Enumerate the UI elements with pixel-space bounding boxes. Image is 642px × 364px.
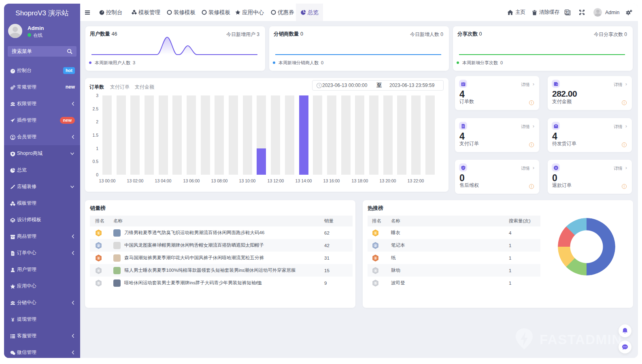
svg-text:¥: ¥	[555, 166, 557, 170]
svg-text:5: 5	[98, 281, 100, 285]
svg-text:4: 4	[98, 269, 100, 272]
svg-text:2: 2	[374, 243, 376, 247]
svg-text:1: 1	[374, 231, 376, 235]
svg-text:3: 3	[374, 256, 376, 260]
svg-text:2: 2	[98, 243, 100, 247]
svg-text:4: 4	[374, 269, 376, 272]
svg-text:¥: ¥	[11, 317, 14, 322]
svg-text:文: 文	[565, 11, 568, 14]
svg-text:3: 3	[98, 256, 100, 260]
svg-text:5: 5	[374, 281, 376, 285]
svg-text:1: 1	[98, 231, 100, 235]
